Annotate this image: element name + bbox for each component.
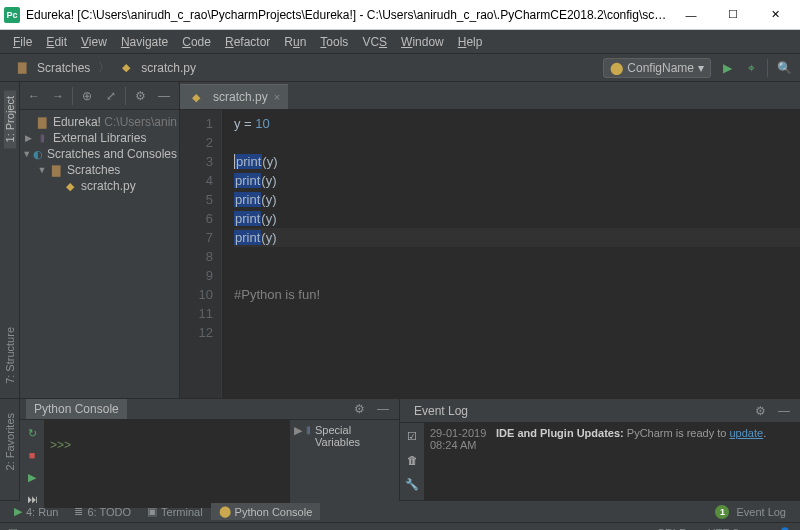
gear-icon[interactable]: ⚙: [130, 86, 150, 106]
hide-icon[interactable]: —: [154, 86, 174, 106]
chevron-down-icon: ▾: [698, 61, 704, 75]
gear-icon[interactable]: ⚙: [750, 401, 770, 421]
editor-body[interactable]: 123 456 789 101112 y = 10 print(y) print…: [180, 110, 800, 398]
project-panel: ← → ⊕ ⤢ ⚙ — ▇ Edureka! C:\Users\anin ▶ ⫴…: [20, 82, 180, 398]
close-button[interactable]: ✕: [754, 1, 796, 29]
run-icon: ▶: [14, 505, 22, 518]
tab-event-log[interactable]: 1Event Log: [707, 503, 794, 521]
hide-icon[interactable]: —: [373, 399, 393, 419]
scratches-icon: ◐: [31, 147, 44, 161]
python-console-panel: Python Console ⚙ — ↻ ■ ▶ ⏭ >>> ▶ ⫴ Speci…: [20, 399, 400, 500]
run-config-select[interactable]: ⬤ ConfigName ▾: [603, 58, 711, 78]
gear-icon[interactable]: ⚙: [349, 399, 369, 419]
python-file-icon: ◆: [188, 90, 204, 104]
event-message: IDE and Plugin Updates: PyCharm is ready…: [496, 427, 766, 451]
run-icon[interactable]: ▶: [23, 468, 41, 486]
tree-scratch-file[interactable]: ◆ scratch.py: [22, 178, 177, 194]
python-file-icon: ◆: [62, 179, 78, 193]
python-file-icon: ◆: [118, 61, 134, 75]
menu-navigate[interactable]: Navigate: [114, 33, 175, 51]
expand-icon[interactable]: ▶: [294, 424, 302, 437]
tree-external-libs[interactable]: ▶ ⫴ External Libraries: [22, 130, 177, 146]
editor-tabs: ◆ scratch.py ×: [180, 82, 800, 110]
folder-icon: ▇: [48, 163, 64, 177]
bottom-tabs: ▶4: Run ≣6: TODO ▣Terminal ⬤Python Conso…: [0, 500, 800, 522]
forward-icon[interactable]: →: [48, 86, 68, 106]
project-tree: ▇ Edureka! C:\Users\anin ▶ ⫴ External Li…: [20, 110, 179, 198]
breadcrumb-file[interactable]: ◆ scratch.py: [112, 59, 202, 77]
app-icon: Pc: [4, 7, 20, 23]
delete-icon[interactable]: 🗑: [403, 451, 421, 469]
console-gutter: ↻ ■ ▶ ⏭: [20, 420, 44, 508]
eventlog-gutter: ☑ 🗑 🔧: [400, 423, 424, 500]
terminal-icon: ▣: [147, 505, 157, 518]
update-link[interactable]: update: [730, 427, 764, 439]
breadcrumb-separator: 〉: [98, 59, 110, 76]
debug-icon[interactable]: ⌖: [743, 60, 759, 76]
menu-edit[interactable]: Edit: [39, 33, 74, 51]
todo-icon: ≣: [74, 505, 83, 518]
python-icon: ⬤: [219, 505, 231, 518]
window-titlebar: Pc Edureka! [C:\Users\anirudh_c_rao\Pych…: [0, 0, 800, 30]
tree-scratches-consoles[interactable]: ▼ ◐ Scratches and Consoles: [22, 146, 177, 162]
special-vars-pane[interactable]: ▶ ⫴ Special Variables: [289, 420, 399, 508]
mark-read-icon[interactable]: ☑: [403, 427, 421, 445]
event-date: 29-01-2019 08:24 AM: [430, 427, 490, 451]
left-tool-gutter-bottom: 2: Favorites: [0, 399, 20, 500]
run-icon[interactable]: ▶: [719, 60, 735, 76]
separator: [72, 87, 73, 105]
tab-terminal[interactable]: ▣Terminal: [139, 503, 211, 520]
editor-tab-scratch[interactable]: ◆ scratch.py ×: [180, 84, 288, 109]
tab-run[interactable]: ▶4: Run: [6, 503, 66, 520]
menu-refactor[interactable]: Refactor: [218, 33, 277, 51]
hide-icon[interactable]: —: [774, 401, 794, 421]
code-area[interactable]: y = 10 print(y) print(y) print(y) print(…: [222, 110, 800, 398]
navbar: ▇ Scratches 〉 ◆ scratch.py ⬤ ConfigName …: [0, 54, 800, 82]
eventlog-title: Event Log: [406, 401, 476, 421]
tool-favorites[interactable]: 2: Favorites: [4, 407, 16, 476]
close-tab-icon[interactable]: ×: [274, 91, 280, 103]
menu-view[interactable]: View: [74, 33, 114, 51]
breadcrumb-scratches[interactable]: ▇ Scratches: [8, 59, 96, 77]
back-icon[interactable]: ←: [24, 86, 44, 106]
stop-icon[interactable]: ■: [23, 446, 41, 464]
variables-icon: ⫴: [306, 424, 311, 437]
menu-code[interactable]: Code: [175, 33, 218, 51]
wrench-icon[interactable]: 🔧: [403, 475, 421, 493]
event-log-panel: Event Log ⚙ — ☑ 🗑 🔧 29-01-2019 08:24 AM: [400, 399, 800, 500]
project-toolbar: ← → ⊕ ⤢ ⚙ —: [20, 82, 179, 110]
tool-structure[interactable]: 7: Structure: [4, 321, 16, 390]
window-title: Edureka! [C:\Users\anirudh_c_rao\Pycharm…: [26, 8, 670, 22]
console-tab[interactable]: Python Console: [26, 399, 127, 419]
line-gutter: 123 456 789 101112: [180, 110, 222, 398]
folder-icon: ▇: [34, 115, 50, 129]
left-tool-gutter: 1: Project 7: Structure: [0, 82, 20, 398]
menu-run[interactable]: Run: [277, 33, 313, 51]
notification-badge: 1: [715, 505, 729, 519]
menu-vcs[interactable]: VCS: [355, 33, 394, 51]
tab-todo[interactable]: ≣6: TODO: [66, 503, 139, 520]
separator: [767, 59, 768, 77]
maximize-button[interactable]: ☐: [712, 1, 754, 29]
tree-scratches-folder[interactable]: ▼ ▇ Scratches: [22, 162, 177, 178]
statusbar: ☐ IDE and Plugin Updates: PyCharm is rea…: [0, 522, 800, 530]
menu-window[interactable]: Window: [394, 33, 451, 51]
menu-help[interactable]: Help: [451, 33, 490, 51]
tool-project[interactable]: 1: Project: [4, 90, 16, 148]
separator: [125, 87, 126, 105]
menu-file[interactable]: File: [6, 33, 39, 51]
minimize-button[interactable]: —: [670, 1, 712, 29]
menu-tools[interactable]: Tools: [313, 33, 355, 51]
eventlog-content: 29-01-2019 08:24 AM IDE and Plugin Updat…: [424, 423, 800, 500]
search-icon[interactable]: 🔍: [776, 60, 792, 76]
collapse-icon[interactable]: ⤢: [101, 86, 121, 106]
folder-icon: ▇: [14, 61, 30, 75]
tree-root[interactable]: ▇ Edureka! C:\Users\anin: [22, 114, 177, 130]
editor-area: ◆ scratch.py × 123 456 789 101112 y = 10…: [180, 82, 800, 398]
python-icon: ⬤: [610, 61, 623, 75]
tab-python-console[interactable]: ⬤Python Console: [211, 503, 321, 520]
rerun-icon[interactable]: ↻: [23, 424, 41, 442]
console-text[interactable]: >>>: [44, 420, 289, 508]
menubar: File Edit View Navigate Code Refactor Ru…: [0, 30, 800, 54]
target-icon[interactable]: ⊕: [77, 86, 97, 106]
